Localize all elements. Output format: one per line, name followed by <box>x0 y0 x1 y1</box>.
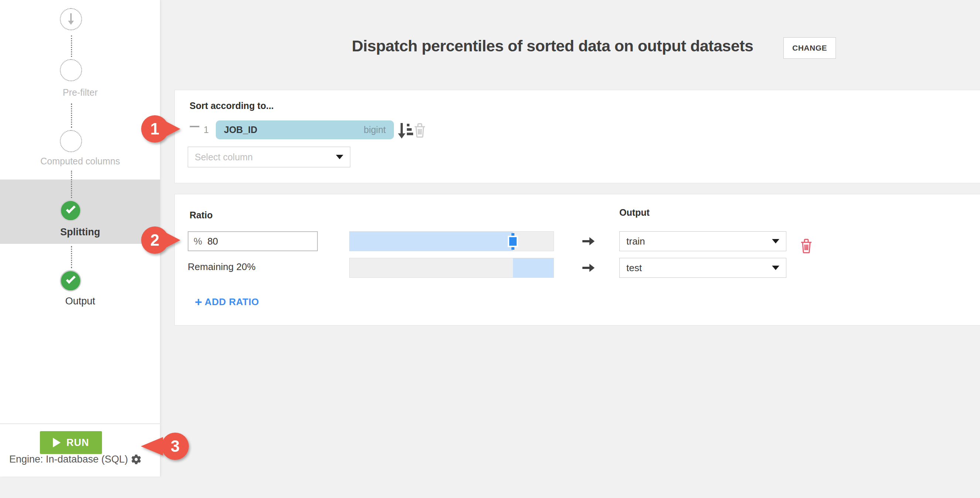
plus-icon: + <box>195 296 202 308</box>
add-ratio-button[interactable]: + ADD RATIO <box>195 296 259 308</box>
split-recipe-settings-page: Pre-filter Computed columns Splitting Ou… <box>0 0 980 498</box>
arrow-right-icon <box>582 264 595 272</box>
percent-prefix: % <box>194 236 202 247</box>
input-dataset-node[interactable] <box>60 8 82 30</box>
step-node-computed-columns[interactable] <box>60 130 82 152</box>
sort-section-label: Sort according to... <box>189 100 274 111</box>
callout-number: 2 <box>141 226 169 254</box>
output-dataset-value: train <box>626 236 645 247</box>
annotation-callout-2: 2 <box>141 226 182 254</box>
sidebar-item-pre-filter[interactable]: Pre-filter <box>0 87 161 98</box>
step-connector <box>71 246 72 268</box>
step-connector <box>71 35 72 57</box>
trash-icon[interactable] <box>414 123 426 139</box>
callout-pointer <box>141 437 163 455</box>
play-icon <box>53 438 60 447</box>
engine-label: Engine: In-database (SQL) <box>9 453 128 465</box>
sidebar-footer-divider <box>0 423 161 424</box>
step-connector <box>71 103 72 128</box>
slider-handle[interactable] <box>508 236 518 247</box>
remaining-slider-fill <box>513 258 554 277</box>
annotation-callout-1: 1 <box>141 115 182 143</box>
chevron-down-icon <box>336 155 343 159</box>
remaining-ratio-label: Remaining 20% <box>188 261 256 273</box>
check-icon <box>66 274 75 284</box>
ratio-settings-card <box>174 194 980 326</box>
delete-ratio-icon[interactable] <box>800 239 812 255</box>
arrow-right-icon <box>582 237 595 245</box>
check-icon <box>66 204 75 213</box>
chevron-down-icon <box>772 266 780 270</box>
page-title: Dispatch percentiles of sorted data on o… <box>352 37 753 55</box>
add-ratio-label: ADD RATIO <box>205 296 259 308</box>
callout-number: 1 <box>141 115 169 143</box>
sort-row-index: 1 <box>204 124 209 135</box>
change-button[interactable]: CHANGE <box>783 37 836 59</box>
sidebar-item-computed-columns[interactable]: Computed columns <box>0 156 161 167</box>
select-column-placeholder: Select column <box>195 152 253 162</box>
sort-descending-icon[interactable] <box>398 122 413 140</box>
callout-number: 3 <box>161 433 189 460</box>
engine-status: Engine: In-database (SQL) <box>9 453 141 465</box>
ratio-percent-input[interactable] <box>207 236 296 247</box>
step-connector <box>71 171 72 198</box>
ratio-section-label: Ratio <box>189 210 213 221</box>
ratio-slider-track[interactable] <box>349 231 554 251</box>
output-dataset-select-test[interactable]: test <box>619 258 786 278</box>
step-node-pre-filter[interactable] <box>60 59 82 81</box>
ratio-slider-fill <box>350 232 513 251</box>
gear-icon[interactable] <box>131 454 141 465</box>
sidebar-item-output[interactable]: Output <box>0 296 161 307</box>
chevron-down-icon <box>772 239 780 243</box>
step-node-output[interactable] <box>60 270 81 291</box>
annotation-callout-3: 3 <box>141 433 189 460</box>
sort-column-pill[interactable]: JOB_ID bigint <box>216 121 394 139</box>
output-dataset-value: test <box>626 262 642 274</box>
sort-column-name: JOB_ID <box>224 124 257 135</box>
ratio-percent-field: % <box>188 231 318 251</box>
remaining-slider-track <box>349 258 554 278</box>
run-button-label: RUN <box>67 437 89 449</box>
output-section-label: Output <box>619 207 650 218</box>
step-node-splitting[interactable] <box>60 200 81 221</box>
add-sort-column-select[interactable]: Select column <box>188 147 350 167</box>
sort-column-type: bigint <box>364 124 386 135</box>
sidebar-item-splitting[interactable]: Splitting <box>0 226 161 238</box>
recipe-steps-sidebar: Pre-filter Computed columns Splitting Ou… <box>0 0 161 477</box>
run-button[interactable]: RUN <box>40 431 102 454</box>
output-dataset-select-train[interactable]: train <box>619 231 786 251</box>
